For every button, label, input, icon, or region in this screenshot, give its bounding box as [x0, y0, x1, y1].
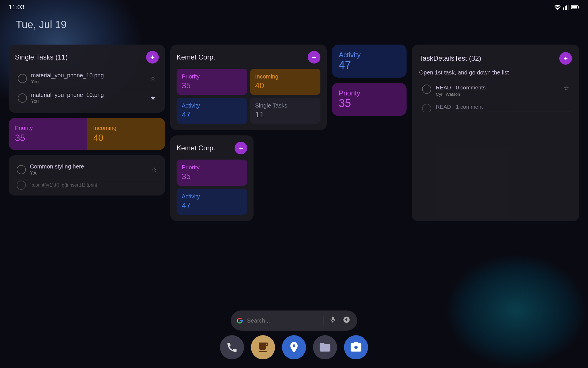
svg-rect-4: [568, 5, 568, 10]
kemet-incoming-cell[interactable]: Incoming 40: [250, 69, 321, 95]
task-details-title: TaskDetailsTest (32): [419, 54, 481, 62]
activity-value: 47: [339, 59, 400, 71]
priority-value: 35: [339, 97, 400, 110]
dock-camera-icon[interactable]: [344, 335, 368, 359]
status-time: 11:03: [9, 3, 24, 11]
dock-maps-icon[interactable]: [282, 335, 306, 359]
task-item[interactable]: material_you_phone_10.png You ★: [15, 88, 159, 108]
battery-icon: [571, 5, 579, 9]
single-tasks-add-button[interactable]: +: [146, 51, 159, 64]
microphone-icon[interactable]: [328, 315, 338, 327]
task-name: material_you_phone_10.png: [31, 92, 150, 98]
signal-icon: [563, 5, 569, 10]
search-divider: [324, 316, 324, 325]
dock-files-icon[interactable]: [313, 335, 337, 359]
lens-icon[interactable]: [342, 315, 351, 327]
task-detail-item[interactable]: READ - 0 comments Cyril Watson ☆: [419, 81, 572, 100]
task-name: material_you_phone_10.png: [31, 72, 150, 79]
task-checkbox[interactable]: [18, 74, 27, 83]
kemet-activity-cell[interactable]: Activity 47: [177, 98, 247, 124]
cell-value: 47: [182, 201, 242, 210]
task-star-icon[interactable]: ★: [150, 94, 156, 102]
middle-column: Kemet Corp. + Priority 35 Incoming 40 Ac…: [170, 45, 327, 221]
single-tasks-widget: Single Tasks (11) + material_you_phone_1…: [9, 45, 165, 113]
task-assignee: You: [31, 99, 150, 104]
background-blob-2: [444, 253, 588, 368]
task-detail-name: READ - 1 comment: [436, 104, 569, 110]
task-detail-name: READ - 0 comments: [436, 85, 563, 91]
incoming-half[interactable]: Incoming 40: [87, 118, 165, 150]
task-detail-item-partial[interactable]: READ - 1 comment: [419, 100, 572, 112]
search-bar-container: [231, 310, 357, 331]
left-column: Single Tasks (11) + material_you_phone_1…: [9, 45, 165, 221]
stacked-cards: Activity 47 Priority 35: [332, 45, 407, 221]
status-bar: 11:03: [0, 0, 588, 14]
task-list-widget: Common styling here You ☆ "b.print(y(1).…: [9, 155, 165, 195]
dock: [220, 335, 368, 359]
incoming-label: Incoming: [93, 125, 159, 131]
task-checkbox[interactable]: [17, 165, 26, 174]
task-assignee: You: [31, 79, 150, 85]
cell-label: Incoming: [255, 73, 316, 80]
cell-label: Priority: [182, 73, 242, 80]
task-name: "b.print(y(1).t(). g(j(insert(1).(print: [30, 183, 157, 188]
kemet-small-activity-cell[interactable]: Activity 47: [177, 189, 247, 215]
incoming-value: 40: [93, 133, 159, 143]
cell-label: Activity: [182, 102, 242, 109]
svg-point-0: [557, 9, 558, 10]
kemet-singletasks-cell[interactable]: Single Tasks 11: [250, 98, 321, 124]
cell-label: Activity: [182, 193, 242, 200]
task-details-description: Open 1st task, and go down the list: [419, 69, 572, 76]
kemet-large-header: Kemet Corp. +: [177, 51, 320, 64]
single-tasks-header: Single Tasks (11) +: [15, 51, 159, 64]
task-detail-star[interactable]: ☆: [563, 85, 569, 92]
google-logo: [237, 316, 243, 325]
task-item-partial[interactable]: "b.print(y(1).t(). g(j(insert(1).(print: [14, 179, 160, 191]
date-display: Tue, Jul 19: [16, 19, 67, 31]
task-star-icon[interactable]: ☆: [150, 75, 156, 82]
activity-widget[interactable]: Activity 47: [332, 45, 407, 78]
svg-rect-7: [572, 6, 577, 9]
priority-incoming-widget: Priority 35 Incoming 40: [9, 118, 165, 150]
task-assignee: You: [30, 170, 151, 176]
cell-value: 11: [255, 110, 316, 119]
task-checkbox[interactable]: [17, 181, 26, 190]
task-checkbox[interactable]: [18, 93, 27, 103]
kemet-large-widget: Kemet Corp. + Priority 35 Incoming 40 Ac…: [170, 45, 327, 130]
cell-value: 35: [182, 81, 242, 90]
right-section: Activity 47 Priority 35 TaskDetailsTest …: [332, 45, 579, 221]
search-input[interactable]: [247, 317, 320, 324]
cell-value: 35: [182, 172, 242, 181]
kemet-priority-cell[interactable]: Priority 35: [177, 69, 247, 95]
priority-label: Priority: [339, 89, 400, 97]
task-item[interactable]: Common styling here You ☆: [14, 160, 160, 179]
kemet-small-cells: Priority 35 Activity 47: [177, 160, 247, 215]
kemet-small-priority-cell[interactable]: Priority 35: [177, 160, 247, 186]
priority-right-widget[interactable]: Priority 35: [332, 83, 407, 116]
kemet-small-header: Kemet Corp. +: [177, 142, 247, 154]
task-checkbox[interactable]: [422, 104, 431, 112]
task-checkbox[interactable]: [422, 85, 431, 94]
task-star-icon[interactable]: ☆: [151, 166, 157, 173]
kemet-grid: Priority 35 Incoming 40 Activity 47 Sing…: [177, 69, 320, 124]
task-details-header: TaskDetailsTest (32) +: [419, 52, 572, 65]
wifi-icon: [554, 5, 561, 10]
status-icons: [554, 5, 579, 10]
dock-app1-icon[interactable]: [251, 335, 275, 359]
kemet-large-add-button[interactable]: +: [308, 51, 320, 64]
single-tasks-title: Single Tasks (11): [15, 53, 68, 61]
task-item[interactable]: material_you_phone_10.png You ☆: [15, 69, 159, 88]
svg-rect-2: [565, 6, 566, 10]
task-details-add-button[interactable]: +: [559, 52, 572, 65]
kemet-small-add-button[interactable]: +: [235, 142, 247, 154]
task-details-widget: TaskDetailsTest (32) + Open 1st task, an…: [412, 45, 579, 221]
kemet-small-title: Kemet Corp.: [177, 144, 215, 152]
svg-rect-3: [566, 5, 567, 10]
activity-label: Activity: [339, 51, 400, 59]
task-detail-assignee: Cyril Watson: [436, 92, 563, 97]
search-bar[interactable]: [231, 310, 357, 331]
dock-phone-icon[interactable]: [220, 335, 244, 359]
svg-rect-6: [579, 6, 579, 8]
priority-half[interactable]: Priority 35: [9, 118, 87, 150]
cell-label: Single Tasks: [255, 102, 316, 109]
